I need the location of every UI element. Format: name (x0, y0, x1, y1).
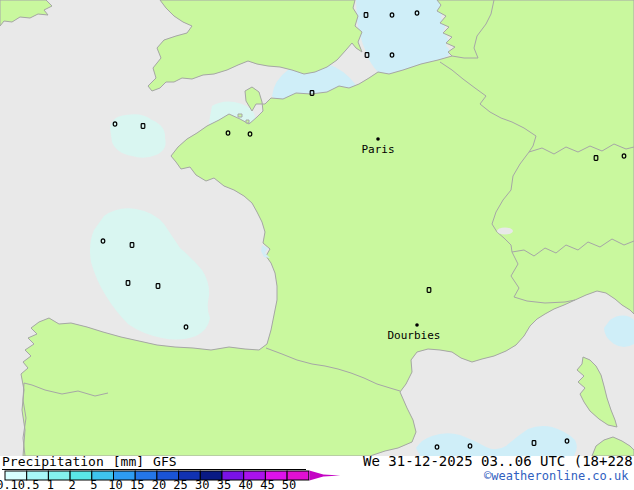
legend-tick-label: 15 (130, 478, 144, 490)
legend-tick-label: 30 (195, 478, 209, 490)
precipitation-map: ParisDourbies (0, 0, 634, 456)
city-label: Dourbies (388, 329, 441, 342)
footer-bar: Precipitation[mm]GFS 0.10.51251015202530… (0, 456, 634, 490)
weather-map-page: ParisDourbies Precipitation[mm]GFS 0.10.… (0, 0, 634, 490)
legend-tick-label: 45 (260, 478, 274, 490)
legend-tick-label: 35 (217, 478, 231, 490)
forecast-datetime: We 31-12-2025 03..06 UTC (18+228 (363, 454, 634, 468)
lake-geneva (497, 228, 513, 235)
copyright-link[interactable]: ©weatheronline.co.uk (484, 469, 629, 483)
city-dot (376, 137, 380, 141)
legend-tick-label: 2 (68, 478, 75, 490)
legend-tick-label: 1 (47, 478, 54, 490)
legend-scale: 0.10.5125101520253035404550 (0, 470, 360, 490)
legend-tick-label: 10 (108, 478, 122, 490)
map-svg: ParisDourbies (0, 0, 634, 456)
legend-tick-label: 40 (238, 478, 252, 490)
city-label: Paris (361, 143, 394, 156)
legend-unit-label: [mm] (113, 454, 144, 469)
legend-model-label: GFS (153, 454, 176, 469)
legend-param-label: Precipitation (2, 454, 104, 469)
legend-tick-label: 50 (282, 478, 296, 490)
legend-tick-label: 25 (173, 478, 187, 490)
legend-title: Precipitation[mm]GFS (2, 454, 306, 470)
legend-tick-label: 20 (152, 478, 166, 490)
legend-tick-label: 5 (90, 478, 97, 490)
city-dot (415, 323, 419, 327)
legend-tick-label: 0.1 (0, 478, 18, 490)
legend-tick-label: 0.5 (18, 478, 40, 490)
legend-arrow (309, 471, 340, 481)
